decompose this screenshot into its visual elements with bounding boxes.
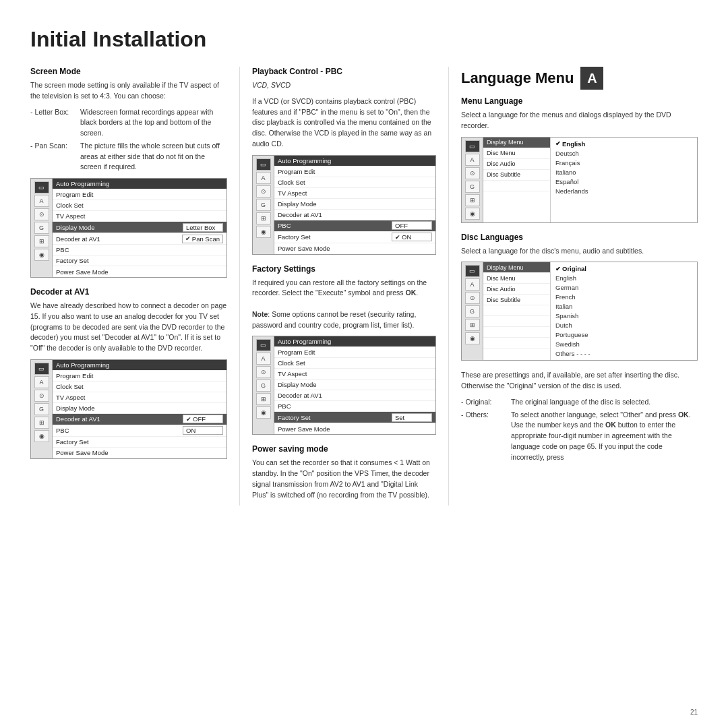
disc-lang-bottom-text: These are presettings and, if available,… (461, 370, 698, 392)
f4-set-val: Set (392, 413, 432, 422)
d2-tvaspect: TV Aspect (53, 392, 226, 403)
lang-icon-g: G (465, 181, 480, 193)
lang-icon-circle: ◉ (465, 208, 480, 220)
panscan-label: - Pan Scan: (30, 141, 76, 173)
menu-row-tvaspect: TV Aspect (53, 211, 226, 222)
f4-factoryset: Factory Set Set (274, 412, 435, 423)
menu-items-4: Auto Programming Program Edit Clock Set … (274, 336, 435, 434)
icon-grid-3: ⊞ (256, 212, 271, 224)
displaymode-value: Letter Box (183, 223, 223, 232)
icon-tv-3: ▭ (256, 158, 271, 171)
icon-g-4: G (256, 380, 271, 392)
f4-tvaspect: TV Aspect (274, 369, 435, 380)
dlang-icon-a: A (465, 278, 480, 291)
others-label: - Others: (461, 410, 507, 463)
dl1-discsubtitle: Disc Subtitle (483, 295, 550, 305)
dlang-icon-g: G (465, 305, 480, 317)
p3-autoprog: Auto Programming (274, 156, 435, 166)
menu-row-factoryset: Factory Set (53, 255, 226, 266)
others-desc: To select another language, select "Othe… (511, 410, 698, 463)
lang-icons-1: ▭ A ⊙ G ⊞ ◉ (462, 138, 483, 222)
lang-icon: A (580, 67, 603, 90)
menu-items-3: Auto Programming Program Edit Clock Set … (274, 156, 435, 254)
dopt-portuguese: Portuguese (554, 330, 694, 339)
lang-title: Language Menu (461, 69, 574, 87)
f4-powersave: Power Save Mode (274, 423, 435, 434)
disc-lang-title: Disc Languages (461, 233, 698, 242)
factory-title: Factory Settings (252, 264, 436, 274)
menu-row-autoprog: Auto Programming (53, 179, 226, 189)
p3-factoryset: Factory Set ✔ ON (274, 232, 435, 243)
factory-text: If required you can restore all the fact… (252, 278, 436, 331)
screen-mode-list: - Letter Box: Widescreen format recordin… (30, 107, 227, 173)
lm1-discaudio: Disc Audio (483, 159, 550, 170)
dopt-italian: Italian (554, 302, 694, 311)
p3-decoderav1: Decoder at AV1 (274, 210, 435, 220)
dopt-english: English (554, 274, 694, 282)
d2-autoprog: Auto Programming (53, 360, 226, 371)
menu-items-1: Auto Programming Program Edit Clock Set … (53, 179, 226, 277)
menu-lang-title: Menu Language (461, 96, 698, 106)
pbc-diagram: ▭ A ⊙ G ⊞ ◉ Auto Programming Program Edi… (252, 155, 436, 255)
page-number: 21 (690, 708, 698, 716)
p3-progedit: Program Edit (274, 166, 435, 177)
disc-lang-text: Select a language for the disc's menu, a… (461, 246, 698, 257)
d2-progedit: Program Edit (53, 371, 226, 382)
lang-menu-items-1: Display Menu Disc Menu Disc Audio Disc S… (483, 138, 551, 222)
f4-autoprog: Auto Programming (274, 336, 435, 347)
menu-icons-4: ▭ A ⊙ G ⊞ ◉ (253, 336, 274, 434)
original-label: - Original: (461, 397, 507, 408)
dopt-spanish: Spanish (554, 311, 694, 320)
dopt-original: ✔ Original (554, 264, 694, 273)
factory-diagram: ▭ A ⊙ G ⊞ ◉ Auto Programming Program Edi… (252, 336, 436, 435)
disc-lang-list: - Original: The original language of the… (461, 397, 698, 463)
icon-grid-2: ⊞ (34, 417, 49, 429)
p3-pbc-off: OFF (392, 221, 432, 230)
d2-decoderav1: Decoder at AV1 ✔ OFF (53, 414, 226, 425)
col-mid: Playback Control - PBC VCD, SVCD If a VC… (239, 67, 448, 506)
menu-icons-3: ▭ A ⊙ G ⊞ ◉ (253, 156, 274, 254)
p3-tvaspect: TV Aspect (274, 188, 435, 199)
lang-menu-items-2: Display Menu Disc Menu Disc Audio Disc S… (483, 262, 551, 360)
opt-deutsch: Deutsch (554, 149, 694, 158)
icon-disc-3: ⊙ (256, 185, 271, 198)
dl1-displaymenu: Display Menu (483, 262, 550, 273)
p3-clockset: Clock Set (274, 177, 435, 188)
menu-row-decoderav1: Decoder at AV1 ✔ Pan Scan (53, 233, 226, 245)
pbc-subtitle: VCD, SVCD (252, 80, 436, 91)
panscan-desc: The picture fills the whole screen but c… (80, 141, 227, 173)
lang-icon-disc: ⊙ (465, 167, 480, 179)
icon-g-2: G (34, 403, 49, 415)
dopt-german: German (554, 283, 694, 292)
screen-mode-title: Screen Mode (30, 67, 227, 76)
f4-displaymode: Display Mode (274, 380, 435, 390)
dlang-icon-disc: ⊙ (465, 292, 480, 304)
dlang-icon-circle: ◉ (465, 332, 480, 344)
decoder-title: Decoder at AV1 (30, 287, 227, 297)
lang-options-2: ✔ Original English German French Italian… (551, 262, 697, 360)
icon-circle-2: ◉ (34, 430, 49, 442)
p3-displaymode: Display Mode (274, 199, 435, 210)
icon-a-4: A (256, 353, 271, 365)
lm1-displaymenu: Display Menu (483, 138, 550, 148)
decoderav1-value: ✔ Pan Scan (182, 235, 223, 243)
dopt-dutch: Dutch (554, 321, 694, 330)
icon-grid: ⊞ (34, 235, 49, 247)
menu-row-pbc: PBC (53, 245, 226, 255)
opt-espanol: Español (554, 177, 694, 186)
pbc-title: Playback Control - PBC (252, 67, 436, 76)
f4-clockset: Clock Set (274, 358, 435, 369)
d2-clockset: Clock Set (53, 382, 226, 392)
lang-icons-2: ▭ A ⊙ G ⊞ ◉ (462, 262, 483, 360)
disc-lang-diagram: ▭ A ⊙ G ⊞ ◉ Display Menu Disc Menu Disc … (461, 262, 698, 361)
icon-circle-3: ◉ (256, 226, 271, 238)
menu-icons-1: ▭ A ⊙ G ⊞ ◉ (31, 179, 53, 277)
d2-decoder-val: ✔ OFF (183, 415, 223, 423)
lm1-discsubtitle: Disc Subtitle (483, 170, 550, 181)
p3-pbc: PBC OFF (274, 220, 435, 232)
opt-francais: Français (554, 158, 694, 167)
col-left: Screen Mode The screen mode setting is o… (30, 67, 239, 506)
screen-mode-diagram: ▭ A ⊙ G ⊞ ◉ Auto Programming Program Edi… (30, 178, 227, 278)
d2-pbc: PBC ON (53, 425, 226, 437)
menu-row-clockset: Clock Set (53, 200, 226, 211)
